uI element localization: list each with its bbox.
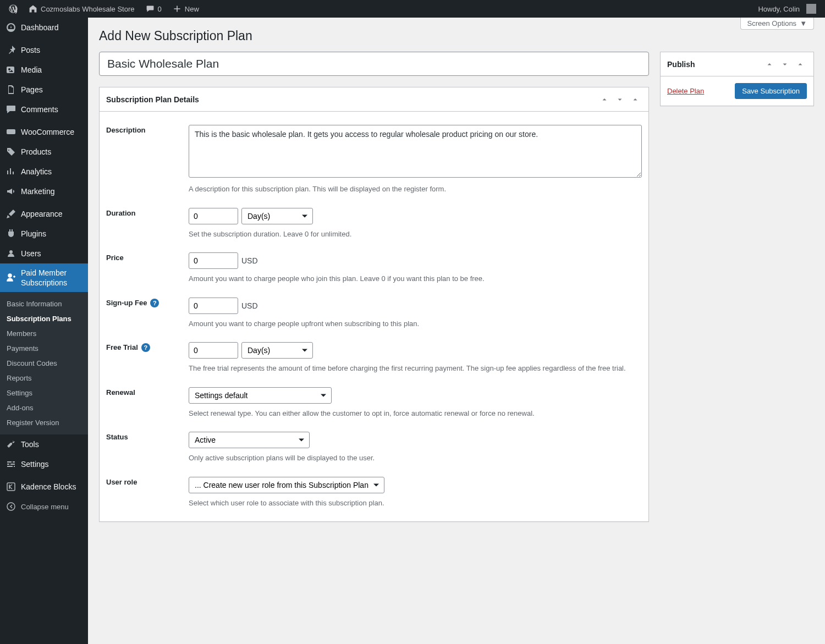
duration-help: Set the subscription duration. Leave 0 f… [189,229,642,240]
toggle-panel-icon[interactable] [794,58,807,71]
menu-woocommerce[interactable]: WooCommerce [0,122,88,142]
new-content-link[interactable]: New [168,0,204,18]
wp-logo[interactable] [4,0,22,18]
menu-comments[interactable]: Comments [0,100,88,119]
description-label: Description [106,125,178,195]
move-down-icon[interactable] [778,58,791,71]
submenu-payments[interactable]: Payments [0,341,88,356]
help-icon[interactable]: ? [150,299,159,307]
new-label: New [185,5,199,13]
menu-appearance[interactable]: Appearance [0,204,88,224]
comments-link[interactable]: 0 [141,0,166,18]
duration-unit-select[interactable]: Day(s) [241,208,313,224]
move-up-icon[interactable] [763,58,776,71]
submenu-settings[interactable]: Settings [0,386,88,400]
avatar [806,4,816,14]
site-name-link[interactable]: Cozmoslabs Wholesale Store [24,0,139,18]
price-help: Amount you want to charge people who joi… [189,273,642,284]
pms-icon [6,272,16,283]
menu-paid-member-subscriptions[interactable]: Paid Member Subscriptions [0,263,88,292]
collapse-menu[interactable]: Collapse menu [0,497,88,516]
submenu-reports[interactable]: Reports [0,371,88,386]
wrench-icon [6,439,16,450]
delete-plan-link[interactable]: Delete Plan [667,87,704,95]
free-trial-label: Free Trial ? [106,342,178,374]
user-role-select[interactable]: ... Create new user role from this Subsc… [189,477,384,493]
menu-posts[interactable]: Posts [0,40,88,60]
site-name: Cozmoslabs Wholesale Store [41,5,135,13]
menu-tools[interactable]: Tools [0,434,88,454]
publish-box: Publish Delete Plan Save Subscription [660,52,814,106]
comment-icon [146,4,155,13]
media-icon [6,64,16,75]
price-input[interactable] [189,252,238,269]
submenu-members[interactable]: Members [0,326,88,341]
wordpress-icon [9,4,18,13]
menu-marketing[interactable]: Marketing [0,181,88,201]
menu-products[interactable]: Products [0,142,88,162]
megaphone-icon [6,186,16,197]
menu-pages[interactable]: Pages [0,80,88,100]
publish-header: Publish [661,52,813,76]
description-help: A description for this subscription plan… [189,184,642,195]
kadence-icon [6,481,16,492]
price-currency: USD [241,256,258,265]
menu-plugins[interactable]: Plugins [0,224,88,244]
signup-currency: USD [241,301,258,310]
submenu-basic-info[interactable]: Basic Information [0,296,88,311]
submenu-discount-codes[interactable]: Discount Codes [0,356,88,371]
woocommerce-icon [6,126,16,137]
analytics-icon [6,166,16,177]
renewal-label: Renewal [106,387,178,419]
submenu-pms: Basic Information Subscription Plans Mem… [0,292,88,434]
page-title: Add New Subscription Plan [99,18,814,52]
free-trial-unit-select[interactable]: Day(s) [241,342,313,359]
publish-title: Publish [667,60,695,69]
svg-rect-0 [7,129,15,134]
svg-rect-1 [7,483,15,491]
signup-fee-label: Sign-up Fee ? [106,298,178,329]
pin-icon [6,45,16,56]
signup-fee-input[interactable] [189,298,238,314]
status-label: Status [106,432,178,464]
plan-title-input[interactable] [99,52,649,76]
description-textarea[interactable] [189,125,642,178]
submenu-addons[interactable]: Add-ons [0,400,88,415]
admin-sidebar: Dashboard Posts Media Pages Comments Woo… [0,18,88,644]
home-icon [29,4,37,13]
signup-help: Amount you want to charge people upfront… [189,318,642,329]
toggle-panel-icon[interactable] [629,93,642,106]
free-trial-input[interactable] [189,342,238,359]
save-subscription-button[interactable]: Save Subscription [735,83,807,99]
collapse-icon [6,501,16,512]
renewal-help: Select renewal type. You can either allo… [189,408,642,419]
dashboard-icon [6,22,16,33]
menu-media[interactable]: Media [0,60,88,80]
renewal-select[interactable]: Settings default [189,387,332,404]
move-up-icon[interactable] [598,93,611,106]
page-icon [6,84,16,95]
menu-settings[interactable]: Settings [0,454,88,474]
submenu-register-version[interactable]: Register Version [0,415,88,430]
postbox-header: Subscription Plan Details [100,87,648,112]
status-select[interactable]: Active [189,432,310,448]
comments-count: 0 [158,5,162,13]
submenu-subscription-plans[interactable]: Subscription Plans [0,311,88,326]
screen-options-button[interactable]: Screen Options ▼ [740,18,814,30]
plugin-icon [6,228,16,239]
role-help: Select which user role to associate with… [189,498,642,509]
admin-bar: Cozmoslabs Wholesale Store 0 New Howdy, … [0,0,825,18]
menu-analytics[interactable]: Analytics [0,162,88,181]
user-greeting-link[interactable]: Howdy, Colin [754,0,821,18]
user-role-label: User role [106,477,178,509]
subscription-plan-details-box: Subscription Plan Details Description [99,87,649,522]
menu-users[interactable]: Users [0,244,88,263]
move-down-icon[interactable] [613,93,626,106]
duration-input[interactable] [189,208,238,224]
plus-icon [173,4,182,13]
postbox-title: Subscription Plan Details [106,95,199,104]
duration-label: Duration [106,208,178,240]
menu-dashboard[interactable]: Dashboard [0,18,88,37]
help-icon[interactable]: ? [141,343,150,352]
menu-kadence-blocks[interactable]: Kadence Blocks [0,477,88,497]
